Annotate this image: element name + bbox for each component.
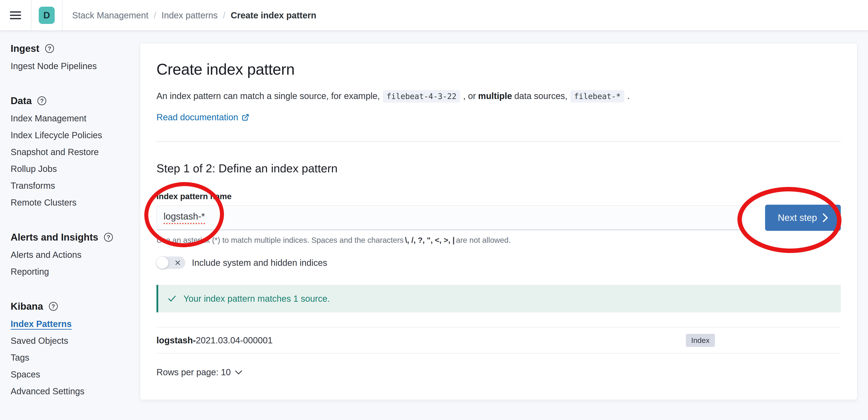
toggle-label: Include system and hidden indices (192, 258, 327, 268)
index-pattern-hint: Use an asterisk (*) to match multiple in… (156, 236, 841, 245)
code-example-wildcard: filebeat-* (570, 90, 624, 103)
matched-index-row: logstash-2021.03.04-000001 Index (156, 327, 841, 354)
sidebar-item-rollup-jobs[interactable]: Rollup Jobs (11, 164, 57, 174)
hamburger-icon (10, 11, 21, 19)
sidebar-section-title: Alerts and Insights (11, 232, 98, 242)
section-divider (156, 141, 841, 142)
index-pattern-name-label: Index pattern name (156, 192, 841, 201)
code-example-single: filebeat-4-3-22 (383, 90, 460, 103)
next-step-button[interactable]: Next step (765, 205, 841, 231)
read-documentation-link[interactable]: Read documentation (156, 112, 249, 122)
sidebar-item-remote-clusters[interactable]: Remote Clusters (11, 198, 76, 207)
breadcrumb-separator: / (223, 10, 225, 20)
help-icon[interactable]: ? (37, 96, 46, 105)
matched-index-name: logstash-2021.03.04-000001 (156, 335, 273, 345)
sidebar-section-title: Ingest (11, 44, 39, 54)
cross-icon (175, 260, 181, 266)
menu-button[interactable] (0, 0, 31, 31)
breadcrumb-stack-management[interactable]: Stack Management (72, 10, 149, 20)
sidebar-item-transforms[interactable]: Transforms (11, 181, 55, 191)
external-link-icon (242, 114, 249, 121)
breadcrumb-separator: / (154, 10, 156, 20)
index-pattern-input[interactable]: logstash-* (156, 205, 743, 230)
intro-text: An index pattern can match a single sour… (156, 89, 841, 104)
success-callout: Your index pattern matches 1 source. (156, 285, 841, 312)
sidebar-section-data: Data ? Index Management Index Lifecycle … (11, 96, 134, 207)
chevron-right-icon (823, 213, 828, 222)
space-avatar[interactable]: D (39, 7, 55, 24)
include-hidden-indices-toggle[interactable] (156, 256, 185, 269)
sidebar-section-kibana: Kibana ? Index Patterns Saved Objects Ta… (11, 301, 134, 396)
sidebar-item-saved-objects[interactable]: Saved Objects (11, 336, 68, 345)
sidebar-item-index-management[interactable]: Index Management (11, 113, 86, 123)
index-pattern-input-value: logstash-* (163, 211, 205, 224)
sidebar-item-snapshot-and-restore[interactable]: Snapshot and Restore (11, 147, 99, 157)
help-icon[interactable]: ? (104, 233, 113, 242)
space-section: D (31, 0, 62, 31)
index-pattern-form-row: logstash-* Next step (156, 205, 841, 231)
sidebar-item-index-patterns[interactable]: Index Patterns (11, 319, 72, 329)
sidebar-item-ingest-node-pipelines[interactable]: Ingest Node Pipelines (11, 61, 97, 71)
kibana-app: D Stack Management / Index patterns / Cr… (0, 0, 868, 420)
help-icon[interactable]: ? (49, 302, 58, 311)
chevron-down-icon (235, 370, 242, 375)
breadcrumb-current: Create index pattern (230, 10, 316, 20)
toggle-thumb (156, 257, 168, 269)
sidebar-item-alerts-and-actions[interactable]: Alerts and Actions (11, 250, 82, 260)
help-icon[interactable]: ? (45, 44, 54, 53)
page-title: Create index pattern (156, 60, 841, 78)
sidebar-item-spaces[interactable]: Spaces (11, 369, 40, 379)
management-sidebar: Ingest ? Ingest Node Pipelines Data ? In… (11, 44, 134, 420)
sidebar-section-ingest: Ingest ? Ingest Node Pipelines (11, 44, 134, 71)
step-heading: Step 1 of 2: Define an index pattern (156, 162, 841, 175)
include-hidden-indices-row: Include system and hidden indices (156, 256, 841, 269)
rows-per-page-selector[interactable]: Rows per page: 10 (156, 367, 242, 377)
create-index-pattern-panel: Create index pattern An index pattern ca… (140, 43, 857, 400)
sidebar-item-advanced-settings[interactable]: Advanced Settings (11, 386, 85, 396)
sidebar-section-title: Kibana (11, 301, 43, 311)
index-type-badge: Index (686, 334, 715, 347)
sidebar-section-title: Data (11, 96, 32, 106)
breadcrumb: Stack Management / Index patterns / Crea… (72, 10, 316, 20)
sidebar-item-index-lifecycle-policies[interactable]: Index Lifecycle Policies (11, 130, 102, 140)
sidebar-item-tags[interactable]: Tags (11, 353, 29, 362)
sidebar-item-reporting[interactable]: Reporting (11, 267, 49, 276)
top-header-bar: D Stack Management / Index patterns / Cr… (0, 0, 868, 31)
sidebar-section-alerts-insights: Alerts and Insights ? Alerts and Actions… (11, 232, 134, 276)
checkmark-icon (167, 294, 177, 304)
callout-message: Your index pattern matches 1 source. (183, 294, 330, 304)
breadcrumb-index-patterns[interactable]: Index patterns (161, 10, 218, 20)
